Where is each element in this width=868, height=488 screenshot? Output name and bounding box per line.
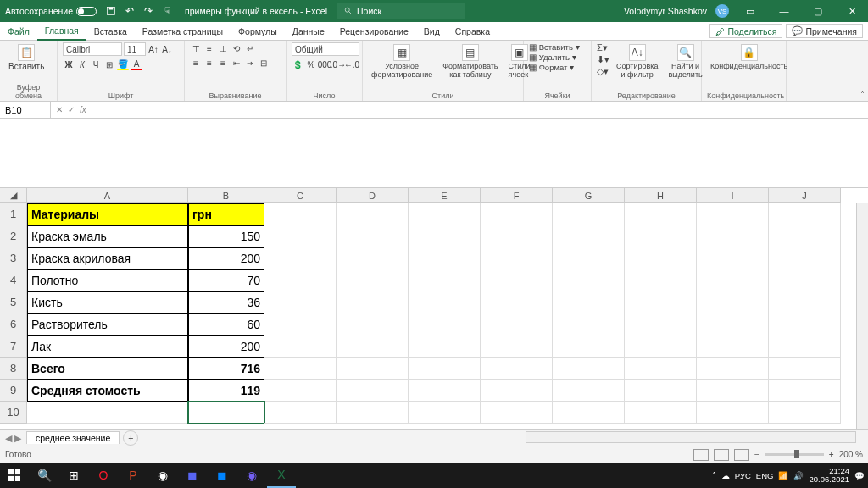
cell[interactable] bbox=[481, 402, 553, 424]
cell[interactable] bbox=[409, 380, 481, 402]
cell[interactable]: Всего bbox=[27, 358, 188, 380]
cell[interactable] bbox=[481, 225, 553, 247]
border-icon[interactable]: ⊞ bbox=[103, 58, 115, 70]
sort-filter-button[interactable]: A↓Сортировка и фильтр bbox=[613, 42, 661, 80]
cell[interactable] bbox=[553, 247, 625, 269]
currency-icon[interactable]: 💲 bbox=[292, 58, 303, 70]
col-header[interactable]: A bbox=[27, 188, 188, 203]
align-center-icon[interactable]: ≡ bbox=[203, 57, 215, 69]
cell[interactable] bbox=[481, 358, 553, 380]
tray-volume-icon[interactable]: 🔊 bbox=[793, 471, 804, 480]
cell[interactable]: Растворитель bbox=[27, 313, 188, 336]
tray-wifi-icon[interactable]: 📶 bbox=[778, 471, 788, 480]
cell[interactable] bbox=[409, 225, 481, 247]
cell[interactable] bbox=[553, 291, 625, 313]
cell[interactable] bbox=[337, 336, 409, 358]
cell[interactable] bbox=[337, 225, 409, 247]
col-header[interactable]: C bbox=[264, 188, 337, 203]
paste-button[interactable]: 📋Вставить bbox=[5, 42, 47, 73]
cell[interactable] bbox=[553, 269, 625, 291]
font-name-select[interactable]: Calibri bbox=[63, 42, 122, 56]
cell[interactable] bbox=[553, 380, 625, 402]
cell[interactable] bbox=[481, 291, 553, 313]
format-cells-button[interactable]: ▦ Формат ▾ bbox=[529, 63, 574, 72]
cell[interactable] bbox=[625, 269, 697, 291]
page-layout-view-icon[interactable] bbox=[714, 449, 729, 461]
cell[interactable] bbox=[697, 358, 769, 380]
cell[interactable] bbox=[769, 269, 841, 291]
row-header[interactable]: 1 bbox=[0, 203, 27, 225]
cell[interactable] bbox=[625, 358, 697, 380]
name-box[interactable]: B10 bbox=[0, 102, 51, 119]
cell[interactable] bbox=[264, 225, 337, 247]
align-right-icon[interactable]: ≡ bbox=[217, 57, 229, 69]
taskbar-opera-icon[interactable]: O bbox=[89, 463, 118, 488]
menu-home[interactable]: Главная bbox=[37, 22, 86, 41]
clock[interactable]: 21:2420.06.2021 bbox=[809, 467, 849, 485]
align-left-icon[interactable]: ≡ bbox=[190, 57, 202, 69]
conditional-format-button[interactable]: ▦Условное форматирование bbox=[368, 42, 436, 80]
underline-icon[interactable]: Ч bbox=[90, 58, 102, 70]
cell[interactable] bbox=[697, 336, 769, 358]
cell[interactable] bbox=[264, 402, 337, 424]
cell[interactable] bbox=[264, 203, 337, 225]
horizontal-scrollbar[interactable] bbox=[526, 431, 856, 443]
cell[interactable] bbox=[409, 203, 481, 225]
menu-view[interactable]: Вид bbox=[416, 22, 448, 41]
vertical-scrollbar[interactable] bbox=[856, 203, 868, 429]
cell[interactable] bbox=[409, 269, 481, 291]
cell[interactable]: грн bbox=[188, 203, 264, 225]
delete-cells-button[interactable]: ▦ Удалить ▾ bbox=[529, 53, 576, 62]
cell[interactable]: 70 bbox=[188, 269, 264, 291]
col-header[interactable]: G bbox=[553, 188, 625, 203]
cell[interactable] bbox=[625, 225, 697, 247]
cell[interactable] bbox=[409, 247, 481, 269]
cell[interactable]: 200 bbox=[188, 336, 264, 358]
cell[interactable] bbox=[481, 247, 553, 269]
cell[interactable]: Краска эмаль bbox=[27, 225, 188, 247]
bold-icon[interactable]: Ж bbox=[63, 58, 75, 70]
cell[interactable] bbox=[337, 247, 409, 269]
row-header[interactable]: 7 bbox=[0, 336, 27, 358]
share-button[interactable]: 🖊Поделиться bbox=[709, 24, 782, 38]
cell[interactable] bbox=[337, 291, 409, 313]
taskbar-viber-icon[interactable]: ◉ bbox=[237, 463, 266, 488]
cell[interactable] bbox=[264, 336, 337, 358]
zoom-level[interactable]: 200 % bbox=[839, 450, 863, 459]
format-as-table-button[interactable]: ▤Форматировать как таблицу bbox=[439, 42, 501, 80]
cell[interactable] bbox=[769, 225, 841, 247]
cell[interactable]: 36 bbox=[188, 291, 264, 313]
col-header[interactable]: B bbox=[188, 188, 264, 203]
row-header[interactable]: 9 bbox=[0, 380, 27, 402]
number-format-select[interactable]: Общий bbox=[292, 42, 359, 56]
decrease-font-icon[interactable]: A↓ bbox=[161, 43, 173, 55]
row-header[interactable]: 8 bbox=[0, 358, 27, 380]
cell[interactable] bbox=[553, 225, 625, 247]
insert-cells-button[interactable]: ▦ Вставить ▾ bbox=[529, 42, 580, 52]
taskbar-app-icon[interactable]: ◼ bbox=[178, 463, 207, 488]
cell[interactable] bbox=[553, 313, 625, 336]
cell[interactable] bbox=[697, 291, 769, 313]
cell[interactable] bbox=[625, 203, 697, 225]
cell[interactable] bbox=[769, 336, 841, 358]
cell[interactable] bbox=[264, 269, 337, 291]
row-header[interactable]: 4 bbox=[0, 269, 27, 291]
orientation-icon[interactable]: ⟲ bbox=[231, 42, 242, 54]
minimize-icon[interactable]: — bbox=[771, 0, 797, 22]
taskbar-app-icon[interactable]: ◼ bbox=[208, 463, 236, 488]
fx-icon[interactable]: fx bbox=[80, 105, 86, 114]
cell[interactable] bbox=[769, 380, 841, 402]
cell[interactable] bbox=[481, 313, 553, 336]
cell[interactable] bbox=[481, 380, 553, 402]
cell[interactable]: Кисть bbox=[27, 291, 188, 313]
row-header[interactable]: 5 bbox=[0, 291, 27, 313]
cell[interactable] bbox=[409, 358, 481, 380]
cell[interactable]: Средняя стомость bbox=[27, 380, 188, 402]
taskbar-chrome-icon[interactable]: ◉ bbox=[148, 463, 177, 488]
clear-icon[interactable]: ◇▾ bbox=[597, 66, 609, 77]
percent-icon[interactable]: % bbox=[305, 58, 317, 70]
cell[interactable] bbox=[553, 203, 625, 225]
taskbar-excel-icon[interactable]: X bbox=[267, 463, 296, 488]
menu-file[interactable]: Файл bbox=[0, 22, 37, 41]
taskbar-powerpoint-icon[interactable]: P bbox=[119, 463, 147, 488]
